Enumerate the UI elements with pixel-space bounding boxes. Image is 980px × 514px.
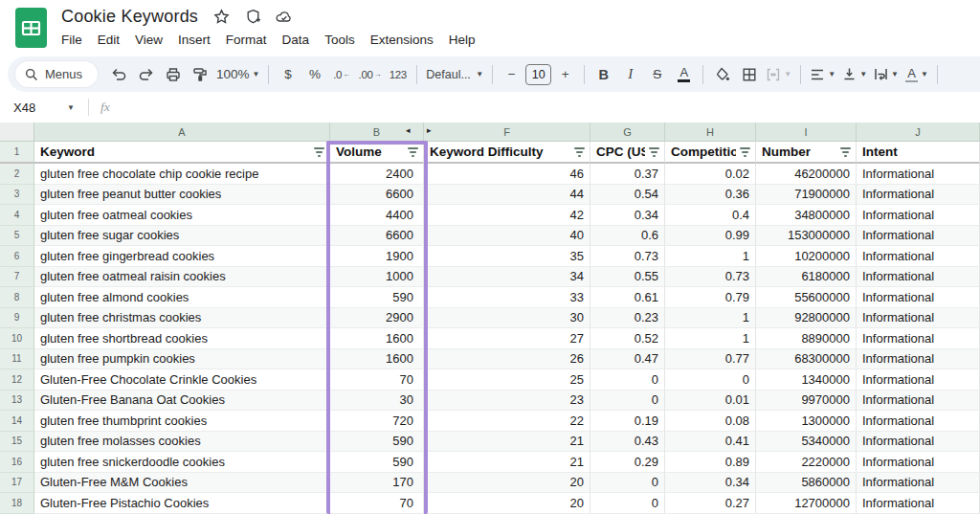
cell-keyword-11[interactable]: gluten free pumpkin cookies bbox=[34, 349, 330, 370]
column-header-F[interactable]: F bbox=[424, 123, 590, 142]
row-header-14[interactable]: 14 bbox=[0, 411, 34, 432]
row-header-5[interactable]: 5 bbox=[0, 226, 34, 247]
badge-plus-icon[interactable] bbox=[244, 9, 261, 26]
cell-competition-2[interactable]: 0.02 bbox=[665, 164, 756, 185]
cell-keyword-3[interactable]: gluten free peanut butter cookies bbox=[34, 185, 330, 206]
cell-cpc-11[interactable]: 0.47 bbox=[590, 349, 665, 370]
cell-intent-16[interactable]: Informational bbox=[857, 452, 980, 473]
text-rotation-button[interactable]: A ▼ bbox=[902, 61, 931, 87]
cell-keyword-2[interactable]: gluten free chocolate chip cookie recipe bbox=[34, 164, 330, 185]
cell-volume-15[interactable]: 590 bbox=[330, 432, 424, 453]
cell-cpc-14[interactable]: 0.19 bbox=[590, 411, 665, 432]
cell-volume-8[interactable]: 590 bbox=[330, 287, 424, 308]
filter-icon[interactable] bbox=[312, 147, 325, 157]
cell-difficulty-6[interactable]: 35 bbox=[424, 246, 590, 267]
text-wrap-button[interactable]: ▼ bbox=[871, 61, 902, 87]
sheets-logo-icon[interactable] bbox=[15, 8, 47, 48]
cell-difficulty-3[interactable]: 44 bbox=[424, 185, 590, 206]
cell-cpc-2[interactable]: 0.37 bbox=[590, 164, 665, 185]
filter-icon[interactable] bbox=[738, 147, 751, 157]
undo-button[interactable] bbox=[106, 61, 132, 87]
menu-view[interactable]: View bbox=[127, 30, 170, 50]
menu-edit[interactable]: Edit bbox=[90, 30, 127, 50]
row-header-7[interactable]: 7 bbox=[0, 267, 34, 288]
paint-format-button[interactable] bbox=[187, 61, 212, 87]
name-box[interactable]: X48 bbox=[0, 101, 67, 115]
cell-cpc-10[interactable]: 0.52 bbox=[590, 328, 665, 349]
cell-competition-11[interactable]: 0.77 bbox=[665, 349, 756, 370]
cell-cpc-5[interactable]: 0.6 bbox=[590, 226, 665, 247]
cell-volume-6[interactable]: 1900 bbox=[330, 246, 424, 267]
text-color-button[interactable]: A bbox=[671, 61, 697, 87]
cell-keyword-13[interactable]: Gluten-Free Banana Oat Cookies bbox=[34, 391, 330, 412]
cell-difficulty-4[interactable]: 42 bbox=[424, 205, 590, 226]
cell-number-18[interactable]: 12700000 bbox=[756, 493, 857, 514]
cell-volume-14[interactable]: 720 bbox=[330, 411, 424, 432]
cell-competition-12[interactable]: 0 bbox=[665, 369, 756, 391]
cell-number-16[interactable]: 2220000 bbox=[756, 452, 857, 473]
cell-intent-6[interactable]: Informational bbox=[857, 246, 980, 267]
cell-cpc-4[interactable]: 0.34 bbox=[590, 205, 665, 226]
cell-number-12[interactable]: 1340000 bbox=[756, 369, 857, 391]
horizontal-align-button[interactable]: ▼ bbox=[807, 61, 838, 87]
cell-difficulty-13[interactable]: 23 bbox=[424, 391, 590, 412]
row-header-1[interactable]: 1 bbox=[0, 142, 34, 164]
cell-number-5[interactable]: 153000000 bbox=[756, 226, 857, 247]
row-header-16[interactable]: 16 bbox=[0, 452, 34, 473]
header-cell-cpc[interactable]: CPC (USD) bbox=[590, 142, 665, 164]
font-family-select[interactable]: Defaul... ▼ bbox=[423, 61, 486, 87]
row-header-8[interactable]: 8 bbox=[0, 287, 34, 308]
row-header-9[interactable]: 9 bbox=[0, 308, 34, 329]
cell-competition-14[interactable]: 0.08 bbox=[665, 411, 756, 432]
bold-button[interactable]: B bbox=[590, 61, 616, 87]
header-cell-intent[interactable]: Intent bbox=[857, 142, 980, 164]
header-cell-keyword[interactable]: Keyword bbox=[34, 142, 330, 164]
cell-intent-7[interactable]: Informational bbox=[857, 267, 980, 288]
cell-competition-13[interactable]: 0.01 bbox=[665, 391, 756, 412]
row-header-15[interactable]: 15 bbox=[0, 432, 34, 453]
format-currency-button[interactable]: $ bbox=[275, 61, 301, 87]
row-header-13[interactable]: 13 bbox=[0, 391, 34, 412]
italic-button[interactable]: I bbox=[617, 61, 643, 87]
cell-keyword-12[interactable]: Gluten-Free Chocolate Crinkle Cookies bbox=[34, 369, 330, 391]
cell-volume-7[interactable]: 1000 bbox=[330, 267, 424, 288]
cell-difficulty-10[interactable]: 27 bbox=[424, 328, 590, 349]
cell-intent-18[interactable]: Informational bbox=[857, 493, 980, 514]
cell-keyword-10[interactable]: gluten free shortbread cookies bbox=[34, 328, 330, 349]
cell-volume-17[interactable]: 170 bbox=[330, 473, 424, 494]
cell-keyword-7[interactable]: gluten free oatmeal raisin cookies bbox=[34, 267, 330, 288]
menu-help[interactable]: Help bbox=[441, 30, 483, 50]
increase-font-size-button[interactable]: + bbox=[552, 61, 578, 87]
cell-volume-10[interactable]: 1600 bbox=[330, 328, 424, 349]
cell-cpc-8[interactable]: 0.61 bbox=[590, 287, 665, 308]
cell-keyword-8[interactable]: gluten free almond cookies bbox=[34, 287, 330, 308]
filter-icon[interactable] bbox=[406, 147, 419, 157]
cell-intent-17[interactable]: Informational bbox=[857, 473, 980, 494]
column-header-H[interactable]: H bbox=[665, 123, 756, 142]
cell-intent-13[interactable]: Informational bbox=[857, 391, 980, 412]
cell-competition-17[interactable]: 0.34 bbox=[665, 473, 756, 494]
cell-intent-14[interactable]: Informational bbox=[857, 411, 980, 432]
cell-volume-13[interactable]: 30 bbox=[330, 391, 424, 412]
cell-intent-3[interactable]: Informational bbox=[857, 185, 980, 206]
cell-difficulty-12[interactable]: 25 bbox=[424, 369, 590, 391]
cell-volume-3[interactable]: 6600 bbox=[330, 185, 424, 206]
cell-competition-8[interactable]: 0.79 bbox=[665, 287, 756, 308]
cell-intent-5[interactable]: Informational bbox=[857, 226, 980, 247]
format-percent-button[interactable]: % bbox=[301, 61, 327, 87]
cell-cpc-13[interactable]: 0 bbox=[590, 391, 665, 412]
cell-keyword-17[interactable]: Gluten-Free M&M Cookies bbox=[34, 473, 330, 494]
cell-difficulty-5[interactable]: 40 bbox=[424, 226, 590, 247]
cell-number-6[interactable]: 10200000 bbox=[756, 246, 857, 267]
hidden-columns-left-icon[interactable]: ◂ bbox=[406, 125, 411, 135]
column-header-I[interactable]: I bbox=[756, 123, 857, 142]
select-all-corner[interactable] bbox=[0, 123, 34, 142]
row-header-18[interactable]: 18 bbox=[0, 493, 34, 514]
cell-cpc-18[interactable]: 0 bbox=[590, 493, 665, 514]
zoom-select[interactable]: 100% ▼ bbox=[213, 61, 262, 87]
cell-number-7[interactable]: 6180000 bbox=[756, 267, 857, 288]
cell-difficulty-8[interactable]: 33 bbox=[424, 287, 590, 308]
cell-number-4[interactable]: 34800000 bbox=[756, 205, 857, 226]
cell-keyword-9[interactable]: gluten free christmas cookies bbox=[34, 308, 330, 329]
filter-icon[interactable] bbox=[572, 147, 586, 157]
